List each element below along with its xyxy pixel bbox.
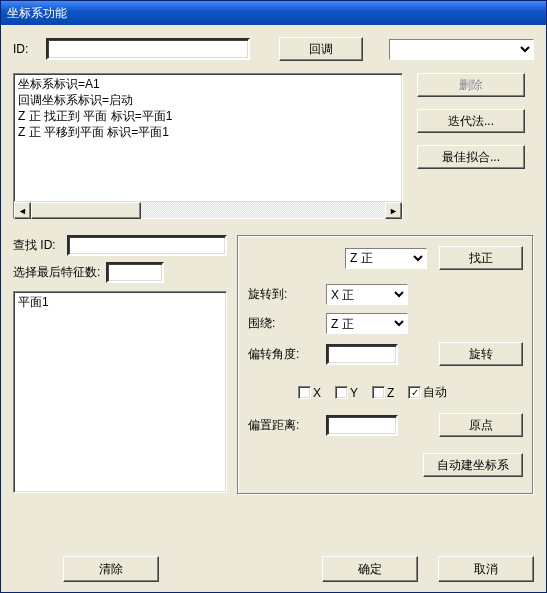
iterate-button-label: 迭代法... bbox=[448, 113, 494, 130]
offset-dist-input[interactable] bbox=[326, 415, 398, 436]
checkbox-icon bbox=[372, 386, 385, 399]
axis1-combo[interactable]: Z 正 bbox=[345, 248, 427, 269]
find-id-label: 查找 ID: bbox=[13, 237, 61, 254]
clear-button-label: 清除 bbox=[99, 561, 123, 578]
last-feat-input[interactable] bbox=[106, 262, 164, 283]
rotate-to-label: 旋转到: bbox=[248, 286, 318, 303]
level-button[interactable]: 找正 bbox=[439, 246, 523, 270]
autocs-button-label: 自动建坐标系 bbox=[437, 457, 509, 474]
offset-angle-input[interactable] bbox=[326, 344, 398, 365]
window-title: 坐标系功能 bbox=[7, 5, 67, 22]
rotate-to-combo[interactable]: X 正 bbox=[326, 284, 408, 305]
cancel-button-label: 取消 bbox=[474, 561, 498, 578]
delete-button: 删除 bbox=[417, 73, 525, 97]
recall-button-label: 回调 bbox=[309, 41, 333, 58]
cb-z[interactable]: Z bbox=[372, 386, 394, 400]
client-area: ID: 回调 坐标系标识=A1 回调坐标系标识=启动 Z 正 找正到 平面 标识… bbox=[1, 25, 546, 592]
titlebar[interactable]: 坐标系功能 bbox=[1, 1, 546, 25]
cb-x-label: X bbox=[313, 386, 321, 400]
checkbox-icon bbox=[298, 386, 311, 399]
checkbox-icon bbox=[335, 386, 348, 399]
top-combo[interactable] bbox=[389, 39, 534, 60]
id-label: ID: bbox=[13, 42, 40, 56]
bestfit-button[interactable]: 最佳拟合... bbox=[417, 145, 525, 169]
scroll-right-icon[interactable]: ► bbox=[385, 202, 402, 219]
ok-button-label: 确定 bbox=[358, 561, 382, 578]
find-id-input[interactable] bbox=[67, 235, 227, 256]
cb-x[interactable]: X bbox=[298, 386, 321, 400]
list-item[interactable]: 平面1 bbox=[18, 294, 222, 311]
feature-listbox[interactable]: 平面1 bbox=[13, 291, 227, 493]
cb-auto-label: 自动 bbox=[423, 384, 447, 401]
recall-button[interactable]: 回调 bbox=[279, 37, 363, 61]
cb-y[interactable]: Y bbox=[335, 386, 358, 400]
about-label: 围绕: bbox=[248, 315, 318, 332]
offset-angle-label: 偏转角度: bbox=[248, 346, 318, 363]
axis-groupbox: Z 正 找正 旋转到: X 正 围绕: Z bbox=[237, 235, 534, 495]
log-content: 坐标系标识=A1 回调坐标系标识=启动 Z 正 找正到 平面 标识=平面1 Z … bbox=[14, 74, 402, 201]
last-feat-label: 选择最后特征数: bbox=[13, 264, 100, 281]
offset-dist-label: 偏置距离: bbox=[248, 417, 318, 434]
delete-button-label: 删除 bbox=[459, 77, 483, 94]
log-hscrollbar[interactable]: ◄ ► bbox=[14, 201, 402, 218]
about-combo[interactable]: Z 正 bbox=[326, 313, 408, 334]
checkbox-checked-icon: ✓ bbox=[408, 386, 421, 399]
scroll-track[interactable] bbox=[141, 202, 385, 218]
rotate-button-label: 旋转 bbox=[469, 346, 493, 363]
iterate-button[interactable]: 迭代法... bbox=[417, 109, 525, 133]
autocs-button[interactable]: 自动建坐标系 bbox=[423, 453, 523, 477]
clear-button[interactable]: 清除 bbox=[63, 556, 159, 582]
level-button-label: 找正 bbox=[469, 250, 493, 267]
scroll-thumb[interactable] bbox=[31, 202, 141, 219]
origin-button[interactable]: 原点 bbox=[439, 413, 523, 437]
scroll-left-icon[interactable]: ◄ bbox=[14, 202, 31, 219]
cb-y-label: Y bbox=[350, 386, 358, 400]
cb-auto[interactable]: ✓ 自动 bbox=[408, 384, 447, 401]
log-box[interactable]: 坐标系标识=A1 回调坐标系标识=启动 Z 正 找正到 平面 标识=平面1 Z … bbox=[13, 73, 403, 219]
rotate-button[interactable]: 旋转 bbox=[439, 342, 523, 366]
cb-z-label: Z bbox=[387, 386, 394, 400]
cancel-button[interactable]: 取消 bbox=[438, 556, 534, 582]
window: 坐标系功能 ID: 回调 坐标系标识=A1 回调坐标系标识=启动 Z 正 找正到… bbox=[0, 0, 547, 593]
ok-button[interactable]: 确定 bbox=[322, 556, 418, 582]
bestfit-button-label: 最佳拟合... bbox=[442, 149, 500, 166]
id-input[interactable] bbox=[46, 38, 250, 60]
origin-button-label: 原点 bbox=[469, 417, 493, 434]
